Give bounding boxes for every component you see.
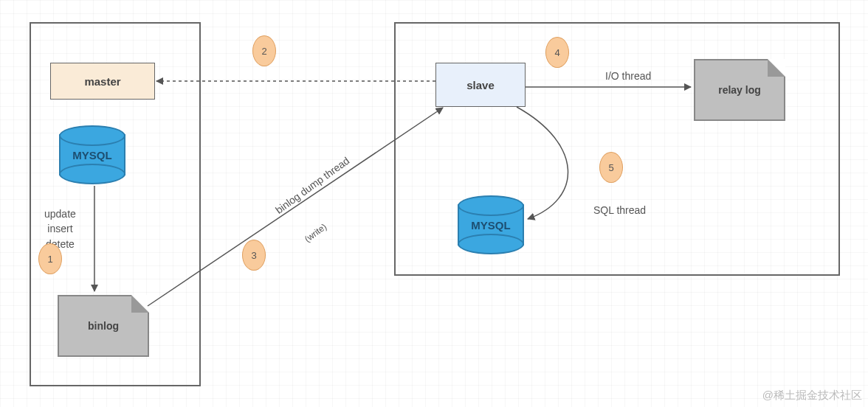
step-2-text: 2 [261, 46, 266, 57]
mysql-slave-db: MYSQL [458, 195, 524, 254]
io-thread-label: I/O thread [605, 69, 651, 83]
mysql-slave-label: MYSQL [458, 219, 524, 232]
step-5-text: 5 [608, 162, 613, 173]
step-4-text: 4 [554, 47, 559, 58]
master-node: master [50, 63, 155, 100]
relay-log-label: relay log [718, 84, 761, 96]
relay-log-node: relay log [694, 59, 785, 121]
binlog-node: binlog [58, 295, 149, 357]
master-label: master [84, 75, 120, 88]
step-badge-5: 5 [599, 152, 623, 183]
binlog-label: binlog [88, 320, 119, 332]
step-1-text: 1 [47, 254, 52, 265]
mysql-master-db: MYSQL [59, 125, 125, 184]
step-3-text: 3 [251, 250, 256, 261]
sql-thread-label: SQL thread [593, 203, 646, 218]
watermark: @稀土掘金技术社区 [762, 389, 862, 403]
step-badge-1: 1 [38, 243, 62, 274]
step-badge-3: 3 [242, 240, 266, 271]
slave-label: slave [466, 79, 495, 91]
step-badge-2: 2 [252, 35, 276, 66]
mysql-master-label: MYSQL [59, 149, 125, 161]
slave-node: slave [435, 63, 526, 107]
step-badge-4: 4 [545, 37, 569, 68]
